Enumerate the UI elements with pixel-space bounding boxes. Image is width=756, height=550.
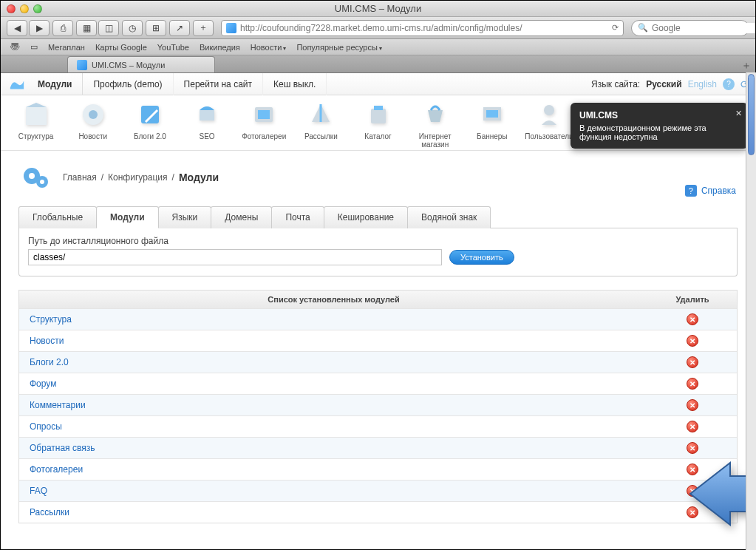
module-dispatches[interactable]: Рассылки	[293, 100, 349, 149]
back-button[interactable]: ◀	[7, 20, 27, 36]
delete-module-icon[interactable]: ✕	[687, 335, 698, 347]
reading-list-icon[interactable]: 〠	[10, 41, 20, 54]
config-tabs: Глобальные Модули Языки Домены Почта Кеш…	[18, 206, 738, 228]
page-scrollbar[interactable]	[746, 72, 756, 550]
coverflow-button[interactable]: ◫	[98, 20, 119, 36]
search-icon: 🔍	[638, 23, 648, 33]
install-path-input[interactable]	[28, 249, 442, 265]
search-bar[interactable]: 🔍	[631, 20, 749, 36]
address-bar[interactable]: ⟳	[221, 20, 624, 36]
browser-tab-bar: UMI.CMS – Модули ＋	[1, 55, 755, 73]
svg-rect-2	[141, 106, 159, 123]
table-row: Комментарии✕	[19, 394, 737, 415]
grid-button[interactable]: ⊞	[146, 20, 166, 36]
umi-menu-cache[interactable]: Кеш выкл.	[263, 73, 327, 95]
tab-modules[interactable]: Модули	[96, 206, 158, 228]
bookmark[interactable]: Википедия	[200, 43, 240, 52]
umi-menu-profile[interactable]: Профиль (demo)	[83, 73, 173, 95]
language-english[interactable]: English	[688, 79, 717, 89]
module-eshop[interactable]: Интернет магазин	[407, 100, 463, 149]
print-button[interactable]: ⎙	[52, 20, 73, 36]
table-row: Опросы✕	[19, 415, 737, 437]
tab-global[interactable]: Глобальные	[18, 206, 97, 228]
umi-logo-icon[interactable]	[7, 76, 27, 92]
table-row: Форум✕	[19, 373, 737, 394]
module-blogs[interactable]: Блоги 2.0	[122, 100, 177, 149]
demo-mode-toast: ✕ UMI.CMS В демонстрационном режиме эта …	[571, 103, 748, 149]
install-button[interactable]: Установить	[449, 250, 514, 265]
language-russian[interactable]: Русский	[646, 79, 682, 89]
module-link[interactable]: FAQ	[30, 486, 47, 496]
umi-menu-gotosite[interactable]: Перейти на сайт	[174, 73, 263, 95]
scrollbar-thumb[interactable]	[748, 74, 755, 155]
bookmark[interactable]: YouTube	[157, 43, 189, 52]
module-link[interactable]: Структура	[30, 314, 72, 325]
module-link[interactable]: Рассылки	[30, 507, 69, 517]
url-input[interactable]	[240, 23, 608, 33]
delete-module-icon[interactable]: ✕	[687, 442, 698, 454]
tab-mail[interactable]: Почта	[271, 206, 324, 228]
table-row: Структура✕	[19, 308, 737, 330]
install-path-label: Путь до инсталляционного файла	[28, 236, 728, 246]
new-tab-button[interactable]: ＋	[738, 59, 755, 72]
umi-top-menu: Модули Профиль (demo) Перейти на сайт Ке…	[1, 73, 755, 95]
module-seo[interactable]: SEO	[179, 100, 234, 149]
module-link[interactable]: Фотогалереи	[30, 464, 83, 475]
bookmark[interactable]: Популярные ресурсы	[296, 43, 382, 52]
module-link[interactable]: Комментарии	[30, 400, 86, 410]
bookmark[interactable]: Карты Google	[95, 43, 147, 52]
umi-menu-modules[interactable]: Модули	[27, 73, 83, 95]
help-link[interactable]: ? Справка	[685, 185, 736, 197]
module-photogallery[interactable]: Фотогалереи	[236, 100, 292, 149]
module-banners[interactable]: Баннеры	[464, 100, 520, 149]
topsites-button[interactable]: ▦	[76, 20, 97, 36]
toast-title: UMI.CMS	[579, 110, 729, 120]
svg-rect-3	[200, 110, 214, 120]
add-bookmark-button[interactable]: ＋	[193, 20, 214, 36]
table-header-name: Список установленных модулей	[19, 291, 648, 308]
svg-point-15	[29, 173, 35, 179]
tab-watermark[interactable]: Водяной знак	[407, 206, 491, 228]
window-title: UMI.CMS – Модули	[1, 3, 755, 14]
delete-module-icon[interactable]: ✕	[687, 378, 698, 390]
tab-domains[interactable]: Домены	[211, 206, 272, 228]
module-link[interactable]: Блоги 2.0	[30, 357, 69, 367]
module-link[interactable]: Новости	[30, 336, 64, 346]
search-input[interactable]	[652, 23, 756, 33]
tab-caching[interactable]: Кеширование	[324, 206, 408, 228]
module-link[interactable]: Опросы	[30, 421, 62, 432]
forward-button[interactable]: ▶	[29, 20, 50, 36]
bookmark[interactable]: Новости	[251, 43, 287, 52]
module-link[interactable]: Форум	[30, 378, 56, 389]
tab-favicon-icon	[77, 60, 87, 70]
delete-module-icon[interactable]: ✕	[687, 313, 698, 325]
delete-module-icon[interactable]: ✕	[687, 356, 698, 368]
toast-body: В демонстрационном режиме эта функция не…	[579, 123, 729, 141]
delete-module-icon[interactable]: ✕	[687, 399, 698, 411]
installed-modules-table: Список установленных модулей Удалить Стр…	[18, 290, 738, 523]
bookmark[interactable]: Мегаплан	[48, 43, 85, 52]
module-catalog[interactable]: Каталог	[350, 100, 406, 149]
reload-button[interactable]: ⟳	[612, 23, 619, 33]
breadcrumb-root[interactable]: Главная	[63, 172, 97, 183]
show-all-bookmarks-icon[interactable]: ▭	[30, 42, 38, 52]
module-news[interactable]: Новости	[65, 100, 120, 149]
help-icon[interactable]: ?	[723, 78, 735, 90]
browser-tab-title: UMI.CMS – Модули	[92, 61, 165, 69]
table-row: Блоги 2.0✕	[19, 351, 737, 373]
module-link[interactable]: Обратная связь	[30, 443, 95, 453]
share-button[interactable]: ↗	[169, 20, 190, 36]
browser-tab[interactable]: UMI.CMS – Модули	[67, 56, 215, 72]
tab-languages[interactable]: Языки	[158, 206, 212, 228]
delete-module-icon[interactable]: ✕	[687, 421, 698, 432]
install-panel: Путь до инсталляционного файла Установит…	[18, 228, 738, 276]
site-language-label: Язык сайта:	[591, 79, 640, 89]
toast-close-icon[interactable]: ✕	[735, 109, 742, 118]
breadcrumb-config[interactable]: Конфигурация	[108, 172, 168, 183]
module-users[interactable]: Пользователи	[521, 100, 576, 149]
window-titlebar: UMI.CMS – Модули	[1, 1, 755, 17]
svg-rect-9	[486, 110, 498, 118]
module-structure[interactable]: Структура	[8, 100, 64, 149]
history-button[interactable]: ◷	[122, 20, 143, 36]
table-row: Рассылки✕	[19, 501, 737, 523]
